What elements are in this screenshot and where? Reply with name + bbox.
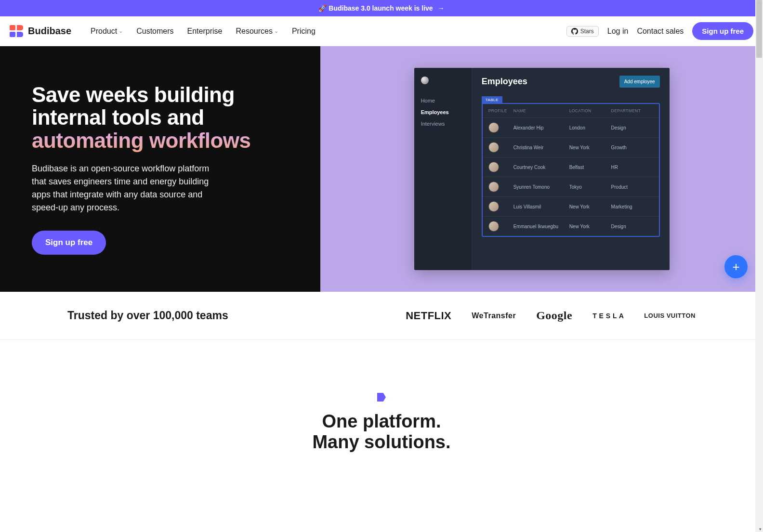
col-name: NAME xyxy=(513,108,569,113)
cell-department: Design xyxy=(611,125,653,130)
table-row[interactable]: Emmanuel IkwuegbuNew YorkDesign xyxy=(483,216,659,236)
demo-app-window: Home Employees Interviews Employees Add … xyxy=(414,68,670,270)
cell-location: London xyxy=(569,125,611,130)
login-link[interactable]: Log in xyxy=(607,27,629,36)
chevron-down-icon: ⌄ xyxy=(274,28,278,34)
hero-section: Save weeks building internal tools and a… xyxy=(0,46,763,292)
header-actions: Stars Log in Contact sales Sign up free xyxy=(566,22,753,40)
trusted-logos: NETFLIX WeTransfer Google T E S L A LOUI… xyxy=(406,309,696,322)
nav-product[interactable]: Product ⌄ xyxy=(91,27,123,36)
main-nav: Product ⌄ Customers Enterprise Resources… xyxy=(91,27,316,36)
cell-name: Luis Villasmil xyxy=(513,204,569,209)
logo-wetransfer: WeTransfer xyxy=(472,311,516,320)
hero-visual: Home Employees Interviews Employees Add … xyxy=(320,46,763,292)
avatar-icon xyxy=(488,122,499,133)
cell-name: Courtney Cook xyxy=(513,165,569,170)
demo-table-header: PROFILE NAME LOCATION DEPARTMENT xyxy=(483,104,659,117)
section-heading: One platform. Many solutions. xyxy=(10,411,753,452)
avatar-icon xyxy=(488,201,499,212)
avatar-icon xyxy=(488,162,499,172)
cell-name: Alexander Hip xyxy=(513,125,569,130)
col-department: DEPARTMENT xyxy=(611,108,653,113)
announcement-emoji: 🚀 xyxy=(318,4,327,12)
platform-section: One platform. Many solutions. xyxy=(0,340,763,471)
brand-name: Budibase xyxy=(28,26,71,37)
demo-tab-table[interactable]: TABLE xyxy=(482,96,502,104)
demo-header: Employees Add employee xyxy=(482,76,660,88)
avatar-icon xyxy=(488,142,499,153)
cell-location: Tokyo xyxy=(569,184,611,190)
tag-icon xyxy=(377,393,386,402)
demo-nav-interviews[interactable]: Interviews xyxy=(421,118,465,130)
fab-add-button[interactable]: + xyxy=(724,255,748,278)
heading-line2: Many solutions. xyxy=(312,432,450,452)
hero-title-plain: Save weeks building internal tools and xyxy=(32,83,235,130)
demo-workspace-avatar-icon xyxy=(421,77,429,84)
cell-name: Christina Weir xyxy=(513,145,569,150)
cell-location: New York xyxy=(569,204,611,209)
arrow-right-icon: → xyxy=(438,4,445,12)
github-stars-label: Stars xyxy=(580,28,594,35)
col-profile: PROFILE xyxy=(488,108,513,113)
cell-location: New York xyxy=(569,224,611,229)
table-row[interactable]: Alexander HipLondonDesign xyxy=(483,117,659,137)
cell-location: Belfast xyxy=(569,165,611,170)
table-row[interactable]: Luis VillasmilNew YorkMarketing xyxy=(483,196,659,216)
demo-nav-home[interactable]: Home xyxy=(421,95,465,106)
cell-name: Emmanuel Ikwuegbu xyxy=(513,224,569,229)
avatar-icon xyxy=(488,182,499,192)
signup-button[interactable]: Sign up free xyxy=(692,22,753,40)
cell-department: HR xyxy=(611,165,653,170)
nav-product-label: Product xyxy=(91,27,117,36)
contact-sales-link[interactable]: Contact sales xyxy=(637,27,684,36)
github-icon xyxy=(571,28,578,35)
github-stars-badge[interactable]: Stars xyxy=(566,26,599,37)
table-row[interactable]: Syunren TomonoTokyoProduct xyxy=(483,177,659,196)
chevron-down-icon: ⌄ xyxy=(118,28,123,34)
nav-pricing[interactable]: Pricing xyxy=(292,27,316,36)
demo-page-title: Employees xyxy=(482,77,527,87)
announcement-bar[interactable]: 🚀 Budibase 3.0 launch week is live → xyxy=(0,0,763,16)
hero-cta-button[interactable]: Sign up free xyxy=(32,231,106,255)
cell-department: Product xyxy=(611,184,653,190)
nav-enterprise[interactable]: Enterprise xyxy=(187,27,223,36)
heading-line1: One platform. xyxy=(322,411,441,431)
announcement-text: Budibase 3.0 launch week is live xyxy=(329,4,433,12)
svg-rect-0 xyxy=(10,25,15,30)
logo-louis-vuitton: LOUIS VUITTON xyxy=(644,312,696,319)
brand-logo[interactable]: Budibase xyxy=(10,25,71,38)
svg-rect-1 xyxy=(10,32,15,37)
table-row[interactable]: Christina WeirNew YorkGrowth xyxy=(483,137,659,157)
cell-name: Syunren Tomono xyxy=(513,184,569,190)
table-row[interactable]: Courtney CookBelfastHR xyxy=(483,157,659,177)
cell-department: Growth xyxy=(611,145,653,150)
site-header: Budibase Product ⌄ Customers Enterprise … xyxy=(0,16,763,46)
hero-subtitle: Budibase is an open-source workflow plat… xyxy=(32,162,215,214)
page-scrollbar[interactable]: ▴ ▾ xyxy=(755,0,763,471)
scroll-thumb[interactable] xyxy=(756,0,762,58)
hero-copy: Save weeks building internal tools and a… xyxy=(0,46,320,292)
hero-title-gradient: automating workflows xyxy=(32,129,250,152)
nav-resources[interactable]: Resources ⌄ xyxy=(236,27,278,36)
logo-google: Google xyxy=(536,309,572,322)
nav-customers[interactable]: Customers xyxy=(136,27,173,36)
logo-netflix: NETFLIX xyxy=(406,310,451,322)
demo-sidebar: Home Employees Interviews xyxy=(414,68,472,270)
demo-table: PROFILE NAME LOCATION DEPARTMENT Alexand… xyxy=(482,103,660,237)
cell-location: New York xyxy=(569,145,611,150)
logo-tesla: T E S L A xyxy=(592,312,624,320)
cell-department: Marketing xyxy=(611,204,653,209)
demo-add-employee-button[interactable]: Add employee xyxy=(619,76,660,88)
logo-icon xyxy=(10,25,23,38)
avatar-icon xyxy=(488,221,499,232)
nav-resources-label: Resources xyxy=(236,27,272,36)
demo-nav-employees[interactable]: Employees xyxy=(421,106,465,118)
col-location: LOCATION xyxy=(569,108,611,113)
trusted-section: Trusted by over 100,000 teams NETFLIX We… xyxy=(0,292,763,340)
demo-main: Employees Add employee TABLE PROFILE NAM… xyxy=(472,68,670,270)
cell-department: Design xyxy=(611,224,653,229)
hero-title: Save weeks building internal tools and a… xyxy=(32,83,291,152)
trusted-text: Trusted by over 100,000 teams xyxy=(67,309,228,322)
